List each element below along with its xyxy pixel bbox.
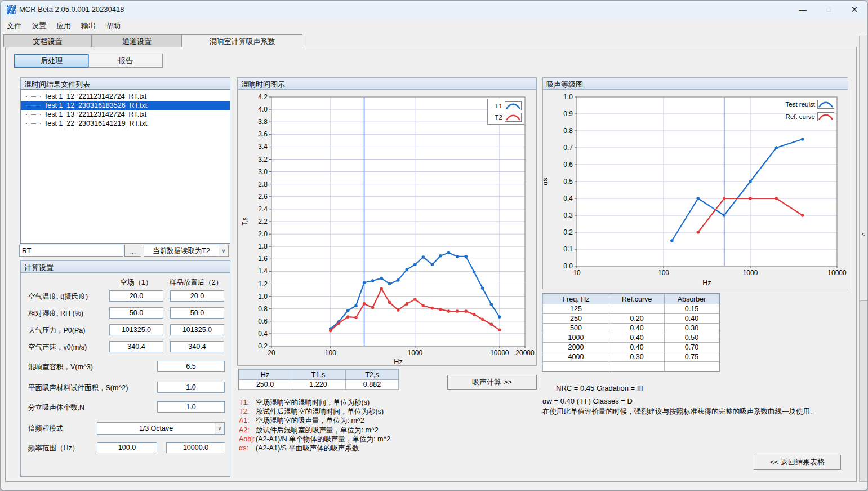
- svg-text:1.6: 1.6: [258, 255, 268, 263]
- table-cell: 0.30: [665, 324, 719, 333]
- table-cell: [543, 362, 609, 371]
- browse-button[interactable]: ...: [124, 245, 141, 257]
- column-header: Freq. Hz: [543, 294, 609, 304]
- value-input[interactable]: [109, 307, 163, 319]
- file-list-item[interactable]: Test 1_22_230316141219_RT.txt: [21, 119, 230, 128]
- curve-icon: [505, 101, 522, 110]
- menu-item[interactable]: 帮助: [101, 19, 126, 33]
- main-tab[interactable]: 文档设置: [3, 34, 92, 47]
- svg-text:1.2: 1.2: [258, 280, 268, 288]
- value-input[interactable]: [170, 324, 224, 335]
- value-input[interactable]: [157, 382, 225, 393]
- menu-item[interactable]: 设置: [26, 19, 51, 33]
- svg-text:0.6: 0.6: [258, 317, 268, 325]
- file-list-item[interactable]: Test 1_12_221123142724_RT.txt: [21, 92, 230, 101]
- table-cell: 0.30: [609, 352, 665, 362]
- value-input[interactable]: [109, 341, 163, 352]
- calc-panel-header: 计算设置: [20, 260, 230, 273]
- note-prefix: A1:: [239, 416, 256, 425]
- selected-option: 1/3 Octave: [97, 424, 215, 432]
- menu-item[interactable]: 文件: [2, 19, 26, 33]
- file-list-item[interactable]: Test 1_12_230316183526_RT.txt: [21, 101, 230, 110]
- main-tab[interactable]: 混响室计算吸声系数: [182, 34, 302, 47]
- note-text: 放试件后混响室的混响时间，单位为秒(s): [256, 408, 384, 415]
- svg-text:3.2: 3.2: [258, 156, 268, 163]
- value-input[interactable]: [170, 307, 224, 319]
- rt-readout-table: HzT1,sT2,s250.01.2200.882: [239, 369, 399, 390]
- note-text: (A2-A1)/S 平面吸声体的吸声系数: [256, 444, 359, 452]
- menu-bar: 文件设置应用输出帮助: [1, 19, 867, 33]
- close-button[interactable]: ✕: [842, 1, 867, 19]
- table-cell: 0.20: [609, 314, 665, 324]
- svg-text:2.0: 2.0: [258, 230, 268, 238]
- menu-item[interactable]: 输出: [76, 19, 101, 33]
- note-prefix: A2:: [239, 426, 256, 435]
- window-controls: — □ ✕: [790, 1, 867, 19]
- value-input[interactable]: [170, 341, 224, 352]
- rt-filter-input[interactable]: [19, 245, 123, 257]
- curve-icon: [817, 112, 834, 121]
- note-prefix: αs:: [239, 444, 256, 453]
- table-cell: 500: [543, 324, 609, 333]
- side-collapse-strip: <: [859, 36, 868, 482]
- calc-settings-form: 空场（1）样品放置后（2）空气温度, t(摄氏度)相对湿度, RH (%)大气压…: [20, 273, 230, 477]
- legend-entry: Ref. curve: [755, 112, 834, 121]
- table-row: 40000.300.75: [543, 352, 719, 362]
- back-to-results-button[interactable]: << 返回结果表格: [754, 455, 841, 470]
- grade-chart-legend: Test reulstRef. curve: [755, 100, 834, 121]
- rt-chart-header: 混响时间图示: [237, 77, 537, 90]
- absorption-calc-button[interactable]: 吸声计算 >>: [447, 375, 537, 390]
- legend-label: Ref. curve: [786, 113, 815, 120]
- value-input[interactable]: [170, 290, 224, 302]
- file-list-item[interactable]: Test 1_13_221123142724_RT.txt: [21, 110, 230, 119]
- svg-text:20000: 20000: [515, 349, 535, 357]
- value-input[interactable]: [97, 442, 157, 453]
- column-header: Hz: [239, 370, 291, 380]
- svg-text:0.2: 0.2: [563, 228, 573, 236]
- collapse-arrow-icon[interactable]: <: [860, 231, 867, 237]
- chevron-down-icon: ∨: [215, 423, 224, 434]
- table-row: 2500.200.40: [543, 314, 719, 324]
- main-tab[interactable]: 通道设置: [92, 34, 182, 47]
- legend-entry: T2: [490, 113, 522, 122]
- table-row: [543, 362, 719, 371]
- note-text: 空场混响室的吸声量，单位为: m^2: [256, 417, 364, 424]
- minimize-button[interactable]: —: [790, 1, 816, 19]
- curve-icon: [817, 100, 834, 109]
- legend-note: A1:空场混响室的吸声量，单位为: m^2: [239, 416, 390, 425]
- svg-text:0.3: 0.3: [563, 211, 573, 219]
- value-input[interactable]: [157, 361, 225, 372]
- subtab[interactable]: 报告: [88, 54, 163, 68]
- subtab[interactable]: 后处理: [14, 54, 89, 68]
- selected-option: 当前数据读取为T2: [144, 246, 219, 256]
- table-cell: 0.40: [665, 314, 719, 324]
- value-input[interactable]: [166, 442, 225, 453]
- rt-chart-legend: T1T2: [487, 99, 524, 125]
- svg-text:3.8: 3.8: [258, 118, 268, 126]
- menu-item[interactable]: 应用: [51, 19, 76, 33]
- svg-text:10000: 10000: [490, 349, 509, 357]
- curve-icon: [505, 113, 522, 122]
- variable-legend-notes: T1:空场混响室的混响时间，单位为秒(s)T2:放试件后混响室的混响时间，单位为…: [239, 398, 390, 453]
- octave-mode-select[interactable]: 1/3 Octave∨: [97, 422, 225, 435]
- result-file-list: Test 1_12_221123142724_RT.txtTest 1_12_2…: [20, 89, 230, 244]
- maximize-button[interactable]: □: [816, 1, 842, 19]
- svg-text:0.4: 0.4: [258, 330, 268, 338]
- value-input[interactable]: [109, 290, 163, 302]
- file-panel-header: 混时间结果文件列表: [20, 77, 230, 90]
- window-title: MCR Beta 2.05.0.001 20230418: [19, 5, 124, 14]
- value-input[interactable]: [109, 324, 163, 335]
- svg-text:0.0: 0.0: [563, 262, 573, 270]
- table-cell: 4000: [543, 352, 609, 362]
- value-input[interactable]: [157, 401, 225, 413]
- table-cell: 0.50: [665, 333, 719, 343]
- file-name: Test 1_13_221123142724_RT.txt: [44, 110, 146, 118]
- table-cell: 2000: [543, 343, 609, 352]
- svg-text:2.4: 2.4: [258, 205, 268, 213]
- rt-chart[interactable]: 20100100010000200000.20.40.60.81.01.21.4…: [238, 90, 536, 365]
- data-source-select[interactable]: 当前数据读取为T2 ∨: [144, 245, 229, 257]
- note-prefix: T1:: [239, 398, 256, 407]
- table-cell: [609, 362, 665, 371]
- legend-note: T2:放试件后混响室的混响时间，单位为秒(s): [239, 407, 390, 416]
- table-cell: 0.40: [609, 343, 665, 352]
